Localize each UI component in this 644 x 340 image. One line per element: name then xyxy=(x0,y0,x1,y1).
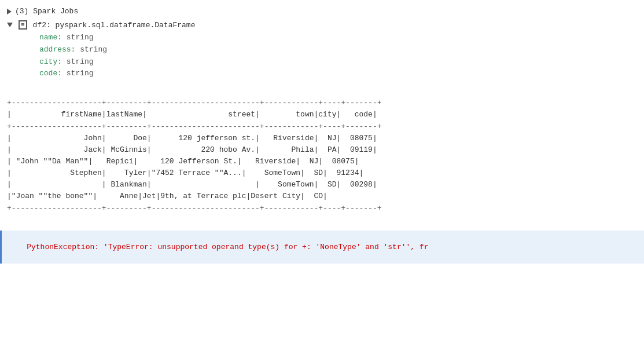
field-code: code: string xyxy=(39,68,637,80)
field-address: address: string xyxy=(39,44,637,56)
schema-fields: name: string address: string city: strin… xyxy=(7,32,637,80)
schema-header: ≡ df2: pyspark.sql.dataframe.DataFrame xyxy=(7,20,637,30)
error-text: PythonException: 'TypeError: unsupported… xyxy=(27,243,428,251)
dataframe-name: df2: pyspark.sql.dataframe.DataFrame xyxy=(33,21,196,30)
table-divider-mid: +--------------------+---------+--------… xyxy=(7,122,382,131)
table-row: | Jack| McGinnis| 220 hobo Av.| Phila| P… xyxy=(7,145,377,154)
table-section: +--------------------+---------+--------… xyxy=(0,82,644,227)
table-divider-top: +--------------------+---------+--------… xyxy=(7,98,382,107)
field-city: city: string xyxy=(39,56,637,68)
notebook-cell: (3) Spark Jobs ≡ df2: pyspark.sql.datafr… xyxy=(0,0,644,340)
spark-jobs-label: (3) Spark Jobs xyxy=(15,7,78,16)
table-header-row: | firstName|lastName| street| town|city|… xyxy=(7,110,377,119)
field-name: name: string xyxy=(39,32,637,44)
schema-section: ≡ df2: pyspark.sql.dataframe.DataFrame n… xyxy=(0,18,644,82)
table-row: | "John ""Da Man""| Repici| 120 Jefferso… xyxy=(7,157,359,166)
table-row: | John| Doe| 120 jefferson st.| Riversid… xyxy=(7,134,377,142)
table-row: | | Blankman| | SomeTown| SD| 00298| xyxy=(7,180,377,189)
error-section: PythonException: 'TypeError: unsupported… xyxy=(0,231,644,264)
expand-icon xyxy=(7,9,12,14)
spark-jobs-row[interactable]: (3) Spark Jobs xyxy=(0,5,644,18)
table-divider-bottom: +--------------------+---------+--------… xyxy=(7,204,382,213)
table-row: | Stephen| Tyler|"7452 Terrace ""A...| S… xyxy=(7,169,363,177)
dataframe-icon: ≡ xyxy=(19,20,27,30)
table-row: |"Joan ""the bone""| Anne|Jet|9th, at Te… xyxy=(7,192,327,200)
collapse-icon xyxy=(7,23,13,27)
